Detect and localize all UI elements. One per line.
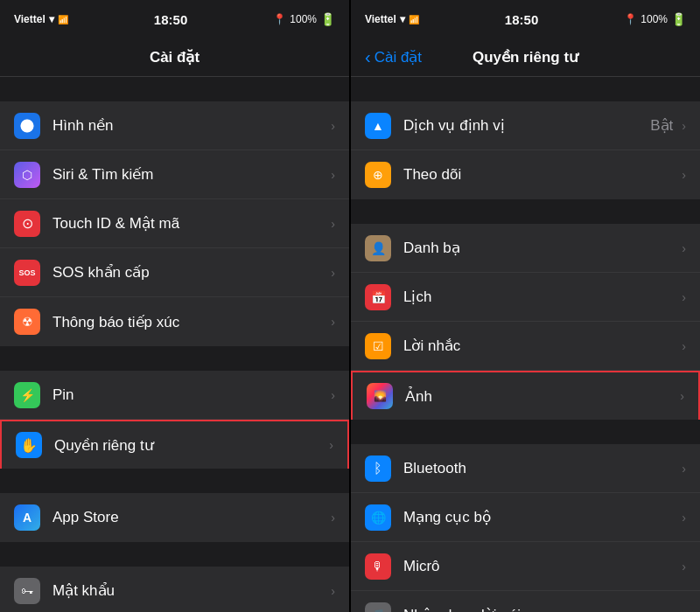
dich-vu-chevron: › <box>682 119 686 133</box>
right-settings-list[interactable]: ▲ Dịch vụ định vị Bật › ⊕ Theo dõi › 👤 <box>351 77 700 612</box>
danh-ba-r-label: Danh bạ <box>403 239 678 257</box>
mat-khau-chevron: › <box>331 584 335 598</box>
row-mat-khau[interactable]: 🗝 Mật khẩu › <box>0 567 349 612</box>
micro-chevron: › <box>682 560 686 574</box>
bluetooth-icon: ᛒ <box>365 456 391 482</box>
row-dich-vu[interactable]: ▲ Dịch vụ định vị Bật › <box>351 101 700 150</box>
row-siri[interactable]: ⬡ Siri & Tìm kiếm › <box>0 150 349 199</box>
left-section-2: ⚡ Pin › ✋ Quyền riêng tư › <box>0 346 349 469</box>
row-nhan-dang[interactable]: 🎵 Nhận dạng lời nói › <box>351 591 700 612</box>
lich-r-chevron: › <box>682 290 686 304</box>
left-nav-bar: Cài đặt <box>0 38 349 77</box>
app-store-chevron: › <box>331 511 335 525</box>
hinh-nen-icon <box>14 113 40 139</box>
theo-doi-label: Theo dõi <box>403 166 678 184</box>
lich-r-icon: 📅 <box>365 284 391 310</box>
left-settings-list[interactable]: Hình nền › ⬡ Siri & Tìm kiếm › ⊙ Touch I… <box>0 77 349 612</box>
row-lich-r[interactable]: 📅 Lịch › <box>351 273 700 322</box>
bluetooth-chevron: › <box>682 462 686 476</box>
right-phone: Viettel ▾ 📶 18:50 📍 100% 🔋 ‹ Cài đặt Quy… <box>351 0 700 612</box>
right-section-3: ᛒ Bluetooth › 🌐 Mạng cục bộ › 🎙 Micrô › <box>351 420 700 612</box>
touch-id-icon: ⊙ <box>14 211 40 237</box>
thong-bao-chevron: › <box>331 315 335 329</box>
row-touch-id[interactable]: ⊙ Touch ID & Mật mã › <box>0 199 349 248</box>
sos-icon: SOS <box>14 260 40 286</box>
left-section-1: Hình nền › ⬡ Siri & Tìm kiếm › ⊙ Touch I… <box>0 77 349 346</box>
pin-label: Pin <box>52 386 327 404</box>
app-store-icon: A <box>14 504 40 531</box>
right-status-bar: Viettel ▾ 📶 18:50 📍 100% 🔋 <box>351 0 700 38</box>
touch-id-label: Touch ID & Mật mã <box>52 214 327 233</box>
mang-cuc-bo-chevron: › <box>682 511 686 525</box>
app-store-label: App Store <box>52 509 327 526</box>
siri-chevron: › <box>331 168 335 182</box>
back-button[interactable]: ‹ Cài đặt <box>365 47 422 67</box>
right-section-1: ▲ Dịch vụ định vị Bật › ⊕ Theo dõi › <box>351 77 700 199</box>
mang-cuc-bo-icon: 🌐 <box>365 504 391 531</box>
lich-r-label: Lịch <box>403 288 678 306</box>
left-nav-title: Cài đặt <box>150 48 200 66</box>
left-carrier: Viettel ▾ 📶 <box>14 13 68 25</box>
thong-bao-icon: ☢ <box>14 309 40 335</box>
back-chevron: ‹ <box>365 47 371 67</box>
right-nav-bar: ‹ Cài đặt Quyền riêng tư <box>351 38 700 77</box>
row-bluetooth[interactable]: ᛒ Bluetooth › <box>351 444 700 493</box>
nhan-dang-icon: 🎵 <box>365 602 391 613</box>
pin-chevron: › <box>331 388 335 402</box>
siri-icon: ⬡ <box>14 162 40 188</box>
left-time: 18:50 <box>154 12 187 27</box>
quyen-rieng-tu-chevron: › <box>329 438 333 452</box>
nhan-dang-chevron: › <box>682 609 686 613</box>
loi-nhac-label: Lời nhắc <box>403 337 678 355</box>
row-hinh-nen[interactable]: Hình nền › <box>0 101 349 150</box>
left-status-bar: Viettel ▾ 📶 18:50 📍 100% 🔋 <box>0 0 349 38</box>
nhan-dang-label: Nhận dạng lời nói <box>403 606 678 612</box>
quyen-rieng-tu-icon: ✋ <box>16 432 42 458</box>
row-quyen-rieng-tu[interactable]: ✋ Quyền riêng tư › <box>0 420 349 469</box>
bluetooth-label: Bluetooth <box>403 460 678 477</box>
dich-vu-label: Dịch vụ định vị <box>403 116 650 135</box>
left-phone: Viettel ▾ 📶 18:50 📍 100% 🔋 Cài đặt Hình … <box>0 0 349 612</box>
anh-chevron: › <box>680 389 684 403</box>
left-section-3: A App Store › <box>0 469 349 542</box>
right-time: 18:50 <box>505 12 538 27</box>
mat-khau-icon: 🗝 <box>14 578 40 604</box>
right-carrier: Viettel ▾ 📶 <box>365 13 419 25</box>
dich-vu-value: Bật <box>650 116 673 135</box>
theo-doi-chevron: › <box>682 168 686 182</box>
right-nav-title: Quyền riêng tư <box>472 48 578 66</box>
touch-id-chevron: › <box>331 217 335 231</box>
anh-label: Ảnh <box>405 387 676 406</box>
row-micro[interactable]: 🎙 Micrô › <box>351 542 700 591</box>
loi-nhac-chevron: › <box>682 339 686 353</box>
row-pin[interactable]: ⚡ Pin › <box>0 371 349 420</box>
theo-doi-icon: ⊕ <box>365 162 391 188</box>
danh-ba-r-icon: 👤 <box>365 235 391 261</box>
mat-khau-label: Mật khẩu <box>52 581 327 600</box>
row-anh[interactable]: 🌄 Ảnh › <box>351 371 700 420</box>
row-loi-nhac[interactable]: ☑ Lời nhắc › <box>351 322 700 371</box>
row-theo-doi[interactable]: ⊕ Theo dõi › <box>351 150 700 199</box>
row-danh-ba-r[interactable]: 👤 Danh bạ › <box>351 224 700 273</box>
left-battery: 📍 100% 🔋 <box>273 12 335 26</box>
micro-icon: 🎙 <box>365 553 391 580</box>
dich-vu-icon: ▲ <box>365 113 391 139</box>
left-section-4: 🗝 Mật khẩu › ✉ Mail › 👤 Danh bạ › <box>0 542 349 612</box>
row-thong-bao[interactable]: ☢ Thông báo tiếp xúc › <box>0 297 349 346</box>
loi-nhac-icon: ☑ <box>365 333 391 359</box>
right-section-2: 👤 Danh bạ › 📅 Lịch › ☑ Lời nhắc › <box>351 199 700 420</box>
row-sos[interactable]: SOS SOS khẩn cấp › <box>0 248 349 297</box>
hinh-nen-label: Hình nền <box>52 116 327 135</box>
back-label: Cài đặt <box>374 48 422 66</box>
sos-label: SOS khẩn cấp <box>52 263 327 282</box>
right-battery: 📍 100% 🔋 <box>624 12 686 26</box>
row-mang-cuc-bo[interactable]: 🌐 Mạng cục bộ › <box>351 493 700 542</box>
quyen-rieng-tu-label: Quyền riêng tư <box>54 436 326 455</box>
thong-bao-label: Thông báo tiếp xúc <box>52 313 327 331</box>
row-app-store[interactable]: A App Store › <box>0 493 349 542</box>
siri-label: Siri & Tìm kiếm <box>52 165 327 184</box>
mang-cuc-bo-label: Mạng cục bộ <box>403 508 678 526</box>
micro-label: Micrô <box>403 558 678 575</box>
anh-icon: 🌄 <box>367 383 393 409</box>
sos-chevron: › <box>331 266 335 280</box>
